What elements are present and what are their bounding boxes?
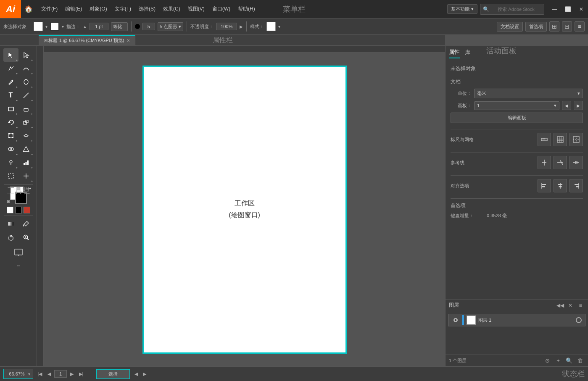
rect-tool-button[interactable] — [3, 102, 18, 116]
layers-menu-icon[interactable]: ≡ — [576, 301, 585, 310]
artboard-select[interactable]: 1 ▾ — [474, 101, 559, 110]
layer-visibility-icon[interactable] — [452, 316, 459, 324]
status-prev-button[interactable]: ◀ — [132, 370, 140, 378]
brush-tool-button[interactable] — [3, 75, 18, 89]
layers-close-button[interactable]: ✕ — [566, 301, 575, 310]
arrange-icon[interactable]: ⊞ — [549, 21, 559, 32]
close-button[interactable]: ✕ — [575, 0, 588, 18]
menu-file[interactable]: 文件(F) — [38, 4, 61, 14]
status-select[interactable]: 选择 — [96, 369, 130, 379]
perspective-tool-button[interactable] — [18, 142, 34, 156]
point-shape-select[interactable]: 5 点圆形 ▾ — [158, 22, 183, 31]
snap-icon-button[interactable] — [570, 133, 583, 146]
make-mask-button[interactable]: ⊙ — [543, 356, 552, 365]
style-swatch[interactable] — [266, 22, 276, 31]
slice-tool-button[interactable] — [18, 169, 34, 183]
first-page-button[interactable]: |◀ — [36, 370, 44, 378]
style-chevron-icon[interactable]: ▾ — [278, 24, 280, 29]
menu-select[interactable]: 选择(S) — [135, 4, 159, 14]
last-page-button[interactable]: ▶| — [77, 370, 85, 378]
home-icon[interactable]: 🏠 — [21, 0, 36, 18]
warp-tool-button[interactable] — [18, 129, 34, 142]
artboard-tool-button[interactable] — [3, 169, 18, 183]
scale-tool-button[interactable] — [18, 116, 34, 129]
search-input[interactable] — [491, 6, 541, 13]
hand-tool-button[interactable] — [3, 231, 18, 244]
align-right-button[interactable] — [570, 179, 583, 192]
guide-icon-1[interactable] — [538, 156, 551, 169]
selection-tool-button[interactable] — [3, 48, 18, 62]
find-layer-button[interactable]: 🔍 — [564, 356, 574, 365]
menu-window[interactable]: 窗口(W) — [209, 4, 234, 14]
black-swatch[interactable] — [15, 207, 22, 213]
opacity-input[interactable] — [216, 23, 237, 30]
menu-help[interactable]: 帮助(H) — [235, 4, 258, 14]
none-swatch[interactable] — [24, 207, 30, 213]
artboard[interactable] — [144, 67, 345, 352]
stroke-color-swatch[interactable] — [15, 192, 27, 204]
opacity-more-icon[interactable]: ▶ — [240, 24, 243, 29]
default-colors-icon[interactable]: ⊞ — [7, 199, 10, 204]
stroke-align-select[interactable]: 等比 — [111, 22, 128, 31]
menu-view[interactable]: 视图(V) — [185, 4, 208, 14]
zoom-tool-button[interactable] — [18, 231, 34, 244]
stroke-chevron-icon[interactable]: ▾ — [62, 24, 64, 29]
layer-item[interactable]: 图层 1 — [448, 314, 585, 326]
tab-close-icon[interactable]: ✕ — [127, 38, 130, 43]
symbol-sprayer-tool-button[interactable] — [3, 156, 18, 169]
rotate-tool-button[interactable] — [3, 116, 18, 129]
more-icon[interactable]: ≡ — [575, 21, 585, 32]
curvature-tool-button[interactable] — [18, 62, 34, 75]
artboard-next-button[interactable]: ▶ — [574, 101, 583, 110]
free-transform-tool-button[interactable] — [3, 129, 18, 142]
menu-object[interactable]: 对象(O) — [86, 4, 110, 14]
point-size-input[interactable] — [142, 23, 155, 30]
prev-page-button[interactable]: ◀ — [45, 370, 53, 378]
preferences-button[interactable]: 首选项 — [525, 22, 547, 32]
column-graph-tool-button[interactable] — [18, 156, 34, 169]
type-tool-button[interactable]: T — [3, 89, 18, 102]
grid-icon-button[interactable] — [554, 133, 567, 146]
doc-settings-button[interactable]: 文档设置 — [497, 22, 523, 32]
blob-brush-tool-button[interactable] — [18, 75, 34, 89]
canvas-area[interactable]: 工作区 (绘图窗口) — [37, 46, 445, 366]
menu-effect[interactable]: 效果(C) — [160, 4, 184, 14]
align-left-button[interactable] — [538, 179, 551, 192]
direct-selection-tool-button[interactable] — [18, 48, 34, 62]
menu-edit[interactable]: 编辑(E) — [62, 4, 85, 14]
artboard-prev-button[interactable]: ◀ — [562, 101, 571, 110]
swap-colors-icon[interactable]: ⇄ — [27, 187, 31, 192]
edit-artboard-button[interactable]: 编辑画板 — [451, 113, 583, 123]
stroke-size-input[interactable] — [90, 23, 108, 30]
zoom-dropdown-icon[interactable]: ▾ — [28, 372, 30, 376]
zoom-input[interactable] — [6, 371, 27, 376]
stroke-up-icon[interactable]: ▲ — [83, 24, 87, 29]
canvas-workspace[interactable]: 工作区 (绘图窗口) — [44, 53, 445, 366]
document-tab[interactable]: 未标题-1 @ 66.67% (CMYK/GPU 预览) ✕ — [39, 35, 135, 46]
add-layer-button[interactable]: + — [554, 356, 563, 365]
next-page-button[interactable]: ▶ — [68, 370, 76, 378]
fill-swatch[interactable] — [34, 22, 43, 31]
guide-icon-2[interactable] — [554, 156, 567, 169]
line-tool-button[interactable] — [18, 89, 34, 102]
unit-select[interactable]: 毫米 ▾ — [474, 89, 583, 98]
menu-text[interactable]: 文字(T) — [111, 4, 134, 14]
layer-target-icon[interactable] — [576, 317, 582, 323]
fill-chevron-icon[interactable]: ▾ — [45, 24, 47, 29]
tab-properties[interactable]: 属性 — [449, 47, 460, 58]
status-next-button[interactable]: ▶ — [141, 370, 148, 378]
pen-tool-button[interactable] — [3, 62, 18, 75]
minimize-button[interactable]: — — [548, 0, 561, 18]
ruler-icon-button[interactable] — [538, 133, 551, 146]
stroke-swatch[interactable] — [50, 22, 59, 31]
guide-icon-3[interactable] — [570, 156, 583, 169]
delete-layer-button[interactable]: 🗑 — [575, 356, 585, 365]
align-icon[interactable]: ⊟ — [562, 21, 572, 32]
layers-collapse-button[interactable]: ◀◀ — [556, 301, 564, 310]
shape-builder-tool-button[interactable] — [3, 142, 18, 156]
gradient-tool-button[interactable] — [3, 217, 18, 231]
eyedropper-tool-button[interactable] — [18, 217, 34, 231]
align-center-button[interactable] — [554, 179, 567, 192]
workspace-button[interactable]: 基本功能 ▾ — [447, 4, 477, 14]
tab-library[interactable]: 库 — [465, 47, 470, 58]
